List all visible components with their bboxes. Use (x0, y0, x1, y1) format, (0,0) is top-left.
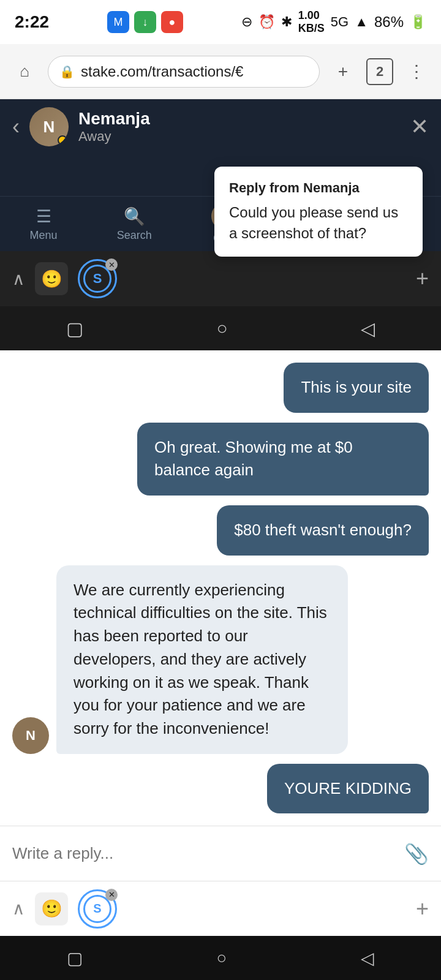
reply-input-field[interactable] (12, 837, 394, 871)
keyboard-stake-close-icon[interactable]: ✕ (105, 258, 118, 271)
emoji-icon: 🙂 (41, 269, 62, 289)
toolbar-stake-button[interactable]: S ✕ (78, 889, 117, 929)
nav-item-search[interactable]: 🔍 Search (117, 206, 152, 242)
message-text: YOURE KIDDING (284, 779, 412, 797)
chat-user-name: Nemanja (78, 109, 401, 129)
table-row: $80 theft wasn't enough? (12, 505, 429, 556)
url-bar[interactable]: 🔒 stake.com/transactions/€ (48, 56, 320, 88)
reply-popup: Reply from Nemanja Could you please send… (214, 167, 423, 257)
android-home-button[interactable]: ○ (216, 318, 227, 339)
emoji-icon: 🙂 (41, 899, 62, 919)
browser-menu-icon: ⋮ (408, 61, 425, 81)
status-right: ⊖ ⏰ ✱ 1.00KB/S 5G ▲ 86% 🔋 (241, 9, 426, 35)
message-bubble-outgoing: This is your site (284, 363, 429, 413)
chat-back-button[interactable]: ‹ (12, 114, 20, 140)
final-android-recents-button[interactable]: ▢ (67, 948, 83, 968)
bluetooth-icon: ✱ (281, 14, 292, 30)
data-speed: 1.00KB/S (298, 9, 325, 35)
chat-user-status: Away (78, 129, 401, 145)
search-label: Search (117, 229, 152, 242)
status-icons: M ↓ ● (107, 11, 183, 33)
final-android-home-button[interactable]: ○ (217, 948, 227, 968)
battery-icon: 🔋 (410, 14, 426, 30)
bottom-toolbar: ∧ 🙂 S ✕ + (0, 881, 441, 936)
table-row: This is your site (12, 363, 429, 413)
toolbar-emoji-button[interactable]: 🙂 (35, 892, 68, 925)
message-text: This is your site (301, 378, 412, 396)
app-icon-red: ● (161, 11, 183, 33)
browser-menu-button[interactable]: ⋮ (402, 57, 431, 86)
final-android-back-button[interactable]: ◁ (361, 948, 374, 968)
reply-popup-text: Could you please send us a screenshot of… (229, 202, 408, 243)
battery-level: 86% (374, 13, 404, 31)
chat-close-button[interactable]: ✕ (410, 114, 429, 140)
agent-avatar: N (12, 717, 49, 754)
back-chevron-icon: ‹ (12, 114, 20, 140)
keyboard-stake-button[interactable]: S ✕ (78, 259, 117, 298)
close-icon: ✕ (410, 114, 429, 139)
avatar: N (29, 107, 69, 146)
message-bubble-outgoing: $80 theft wasn't enough? (217, 505, 429, 556)
message-text: We are currently experiencing technical … (74, 581, 327, 737)
status-time: 2:22 (15, 12, 49, 32)
reply-from-label: Reply from Nemanja (229, 180, 408, 196)
table-row: YOURE KIDDING (12, 764, 429, 814)
nav-item-menu[interactable]: ☰ Menu (30, 206, 58, 242)
app-icon-blue: M (107, 11, 129, 33)
table-row: N We are currently experiencing technica… (12, 565, 429, 754)
status-bar: 2:22 M ↓ ● ⊖ ⏰ ✱ 1.00KB/S 5G ▲ 86% 🔋 (0, 0, 441, 44)
android-recents-button[interactable]: ▢ (66, 318, 83, 339)
toolbar-collapse-button[interactable]: ∧ (12, 899, 25, 919)
message-bubble-incoming: We are currently experiencing technical … (56, 565, 348, 754)
final-android-nav-bar: ▢ ○ ◁ (0, 936, 441, 980)
keyboard-collapse-button[interactable]: ∧ (12, 269, 25, 289)
popup-overlay-area: Reply from Nemanja Could you please send… (0, 154, 441, 350)
keyboard-add-button[interactable]: + (416, 266, 429, 292)
chat-header: ‹ N Nemanja Away ✕ (0, 99, 441, 154)
alarm-icon: ⏰ (258, 14, 275, 30)
search-icon: 🔍 (124, 206, 145, 227)
tab-count[interactable]: 2 (366, 58, 393, 85)
signal-icon: ▲ (355, 14, 368, 30)
toolbar-add-button[interactable]: + (416, 896, 429, 922)
keyboard-emoji-button[interactable]: 🙂 (35, 262, 68, 295)
reply-input-bar: 📎 (0, 826, 441, 881)
browser-bar: ⌂ 🔒 stake.com/transactions/€ + 2 ⋮ (0, 44, 441, 99)
table-row: Oh great. Showing me at $0 balance again (12, 423, 429, 496)
chat-messages-area: This is your site Oh great. Showing me a… (0, 350, 441, 826)
toolbar-stake-close-icon[interactable]: ✕ (105, 889, 118, 901)
android-back-button[interactable]: ◁ (361, 318, 375, 339)
url-text: stake.com/transactions/€ (81, 63, 308, 80)
do-not-disturb-icon: ⊖ (241, 14, 252, 30)
message-bubble-outgoing: YOURE KIDDING (267, 764, 429, 814)
menu-label: Menu (30, 229, 58, 242)
status-indicator (58, 135, 67, 145)
menu-icon: ☰ (36, 206, 51, 227)
android-nav-bar: ▢ ○ ◁ (0, 306, 441, 350)
home-button[interactable]: ⌂ (10, 57, 39, 86)
home-icon: ⌂ (20, 62, 29, 81)
app-icon-green: ↓ (134, 11, 156, 33)
chat-user-info: Nemanja Away (78, 109, 401, 145)
keyboard-toolbar: ∧ 🙂 S ✕ + (0, 251, 441, 306)
add-tab-button[interactable]: + (328, 57, 358, 86)
add-tab-icon: + (338, 62, 348, 81)
attachment-button[interactable]: 📎 (404, 842, 429, 865)
message-text: Oh great. Showing me at $0 balance again (154, 438, 353, 480)
message-bubble-outgoing: Oh great. Showing me at $0 balance again (137, 423, 429, 496)
network-icon: 5G (331, 14, 349, 30)
lock-icon: 🔒 (59, 64, 75, 79)
message-text: $80 theft wasn't enough? (234, 521, 412, 539)
